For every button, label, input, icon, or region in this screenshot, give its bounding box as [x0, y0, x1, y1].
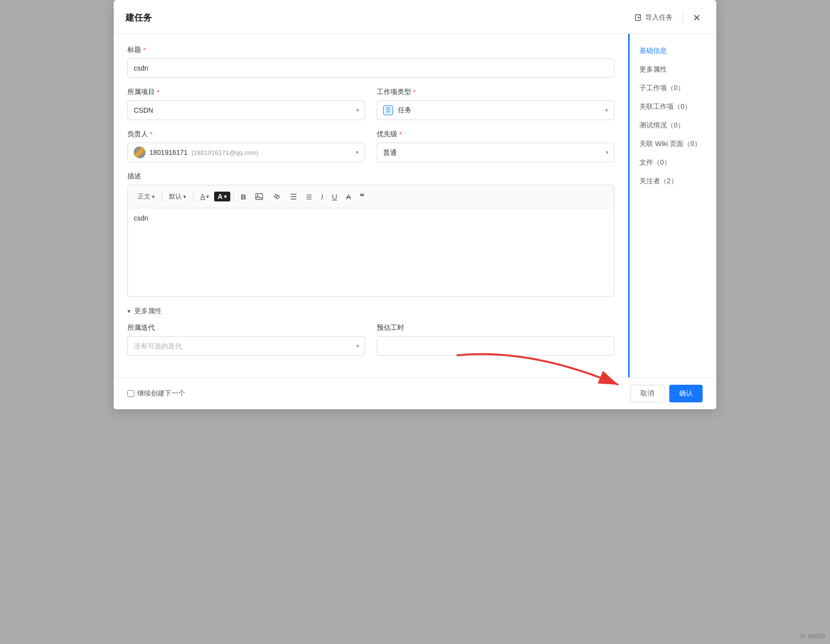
create-task-dialog: 建任务 导入任务 [114, 0, 716, 409]
assignee-col: 负责人 * 1801916171 (1801916171@qq.com) ▾ [127, 130, 365, 162]
text-color-btn[interactable]: A ▾ [196, 191, 213, 202]
ordered-list-btn[interactable]: ≣ [302, 190, 316, 203]
link-icon [272, 192, 281, 201]
dialog-body: 标题 * 所属项目 * CSDN [114, 34, 716, 377]
sidebar-item-files[interactable]: 文件（0） [630, 153, 716, 172]
description-label: 描述 [127, 172, 614, 181]
dialog-footer: 继续创建下一个 取消 确认 [114, 377, 716, 409]
workitem-type-col: 工作项类型 * ☰ 任务 ▾ [377, 88, 614, 120]
toolbar-sep-2 [193, 192, 194, 201]
underline-btn[interactable]: U [328, 191, 341, 203]
priority-label: 优先级 * [377, 130, 614, 139]
strikethrough-btn[interactable]: A [342, 191, 355, 203]
workitem-type-label: 工作项类型 * [377, 88, 614, 97]
project-type-row: 所属项目 * CSDN ▾ 工作项类型 * [127, 88, 614, 120]
priority-col: 优先级 * 普通 ▾ [377, 130, 614, 162]
text-color-icon: A [200, 193, 205, 200]
sidebar-item-basic-info[interactable]: 基础信息 [630, 42, 716, 60]
workitem-type-select-wrapper: ☰ 任务 ▾ [377, 100, 614, 120]
import-task-button[interactable]: 导入任务 [631, 11, 677, 24]
priority-select[interactable]: 普通 [377, 143, 614, 162]
text-style-btn[interactable]: 正文 ▾ [134, 190, 159, 203]
svg-rect-1 [256, 194, 263, 199]
sidebar-item-wiki-pages[interactable]: 关联 Wiki 页面（0） [630, 135, 716, 153]
project-col: 所属项目 * CSDN ▾ [127, 88, 365, 120]
chevron-down-icon: ▾ [127, 308, 130, 315]
avatar [134, 147, 146, 158]
more-props-row: 所属迭代 没有可选的迭代 ▾ 预估工时 [127, 323, 614, 356]
iteration-col: 所属迭代 没有可选的迭代 ▾ [127, 323, 365, 356]
title-required: * [143, 46, 146, 54]
more-props-toggle[interactable]: ▾ 更多属性 [127, 307, 614, 316]
estimate-label: 预估工时 [377, 323, 614, 332]
assignee-label: 负责人 * [127, 130, 365, 139]
sidebar: 基础信息 更多属性 子工作项（0） 关联工作项（0） 测试情况（0） 关联 Wi… [628, 34, 716, 377]
font-btn[interactable]: 默认 ▾ [165, 190, 190, 203]
dialog-header: 建任务 导入任务 [114, 0, 716, 34]
title-label: 标题 * [127, 46, 614, 54]
continue-create-checkbox[interactable] [127, 390, 134, 397]
close-icon [693, 14, 701, 22]
editor-toolbar: 正文 ▾ 默认 ▾ A ▾ [128, 185, 614, 208]
sidebar-item-sub-items[interactable]: 子工作项（0） [630, 79, 716, 98]
footer-left: 继续创建下一个 [127, 389, 185, 398]
title-input[interactable] [127, 58, 614, 78]
iteration-select-wrapper: 没有可选的迭代 ▾ [127, 336, 365, 356]
confirm-button[interactable]: 确认 [669, 385, 703, 402]
project-select[interactable]: CSDN [127, 100, 365, 120]
header-separator [683, 13, 683, 23]
assignee-priority-row: 负责人 * 1801916171 (1801916171@qq.com) ▾ [127, 130, 614, 162]
project-label: 所属项目 * [127, 88, 365, 97]
assignee-name: 1801916171 (1801916171@qq.com) [149, 149, 352, 156]
continue-create-checkbox-label[interactable]: 继续创建下一个 [127, 389, 185, 398]
header-actions: 导入任务 [631, 10, 705, 25]
bullet-list-btn[interactable]: ☰ [286, 190, 301, 203]
cancel-button[interactable]: 取消 [630, 385, 664, 402]
watermark: TA 160200 [800, 633, 825, 639]
quote-btn[interactable]: ❝ [356, 189, 368, 204]
assignee-arrow-icon: ▾ [356, 149, 359, 156]
task-type-icon: ☰ [383, 105, 393, 115]
bg-color-btn[interactable]: A ▾ [214, 192, 230, 201]
image-icon [255, 192, 264, 201]
project-select-wrapper: CSDN ▾ [127, 100, 365, 120]
bold-btn[interactable]: B [237, 191, 250, 203]
link-btn[interactable] [269, 190, 285, 203]
toolbar-sep-3 [233, 192, 234, 201]
description-section: 描述 正文 ▾ 默认 ▾ [127, 172, 614, 297]
assignee-select[interactable]: 1801916171 (1801916171@qq.com) ▾ [127, 143, 365, 162]
italic-btn[interactable]: I [317, 191, 327, 203]
sidebar-item-more-props[interactable]: 更多属性 [630, 60, 716, 79]
iteration-label: 所属迭代 [127, 323, 365, 332]
dialog-title: 建任务 [125, 12, 152, 24]
import-icon [635, 14, 642, 22]
priority-select-wrapper: 普通 ▾ [377, 143, 614, 162]
type-arrow-icon: ▾ [605, 107, 608, 114]
form-area: 标题 * 所属项目 * CSDN [114, 34, 628, 377]
footer-right: 取消 确认 [630, 385, 703, 402]
sidebar-item-watchers[interactable]: 关注者（2） [630, 172, 716, 191]
svg-point-2 [257, 195, 259, 197]
estimate-input[interactable] [377, 336, 614, 356]
sidebar-item-related-items[interactable]: 关联工作项（0） [630, 98, 716, 116]
bg-color-icon: A [218, 193, 222, 200]
close-button[interactable] [689, 10, 705, 25]
sidebar-item-test-status[interactable]: 测试情况（0） [630, 116, 716, 135]
estimate-col: 预估工时 [377, 323, 614, 356]
toolbar-sep-1 [162, 192, 162, 201]
description-editor[interactable]: csdn [128, 208, 614, 297]
image-btn[interactable] [251, 190, 268, 203]
editor-area: 正文 ▾ 默认 ▾ A ▾ [127, 185, 614, 297]
title-section: 标题 * [127, 46, 614, 78]
workitem-type-select[interactable]: ☰ 任务 ▾ [377, 100, 614, 120]
iteration-select[interactable]: 没有可选的迭代 [127, 336, 365, 356]
